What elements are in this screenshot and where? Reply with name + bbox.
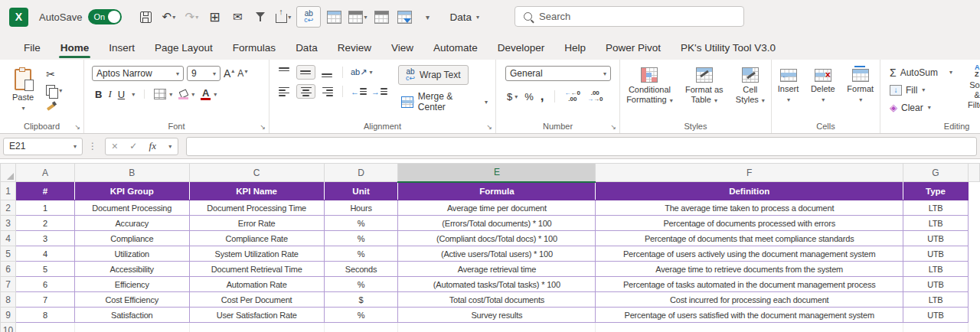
row-header-5[interactable]: 5 bbox=[1, 246, 16, 262]
calculate-sheet-button[interactable]: ▾ bbox=[347, 7, 368, 27]
empty-cell[interactable] bbox=[74, 323, 189, 332]
delete-button[interactable]: × Delete ▾ bbox=[806, 66, 840, 106]
font-dialog-launcher[interactable]: ↘ bbox=[260, 123, 266, 131]
wrap-text-quick-button[interactable]: abc↩ bbox=[296, 6, 321, 28]
bottom-align-button[interactable] bbox=[320, 66, 335, 79]
merge-center-button[interactable]: Merge & Center ▾ bbox=[398, 90, 491, 114]
sort-filter-button[interactable]: AZ Sort &Filter bbox=[963, 64, 980, 116]
search-input[interactable]: Search bbox=[514, 6, 744, 27]
fill-color-button[interactable]: ▾ bbox=[178, 90, 194, 99]
alignment-dialog-launcher[interactable]: ↘ bbox=[486, 123, 492, 131]
number-dialog-launcher[interactable]: ↘ bbox=[610, 123, 616, 131]
empty-cell[interactable] bbox=[903, 323, 969, 332]
data-cell[interactable]: UTB bbox=[903, 277, 969, 292]
cancel-button[interactable]: × bbox=[112, 140, 118, 152]
mail-attach-button[interactable]: ✉ bbox=[227, 7, 247, 27]
italic-button[interactable]: I bbox=[108, 88, 111, 100]
row-header-7[interactable]: 7 bbox=[1, 277, 16, 292]
increase-decimal-button[interactable]: ←←0.00 bbox=[565, 90, 580, 103]
underline-button[interactable]: U bbox=[118, 89, 125, 100]
grow-font-button[interactable]: A▴ bbox=[224, 67, 234, 80]
clipboard-dialog-launcher[interactable]: ↘ bbox=[74, 123, 80, 131]
data-cell[interactable]: % bbox=[324, 246, 398, 262]
column-header-F[interactable]: F bbox=[596, 164, 903, 182]
data-cell[interactable]: Average time to retrieve documents from … bbox=[596, 262, 903, 277]
comma-button[interactable]: , bbox=[541, 89, 544, 104]
percent-button[interactable]: % bbox=[524, 91, 534, 103]
column-header-G[interactable]: G bbox=[903, 164, 969, 182]
data-cell[interactable]: % bbox=[324, 277, 398, 292]
font-size-combo[interactable]: 9▾ bbox=[187, 66, 220, 81]
middle-align-button[interactable] bbox=[296, 65, 315, 80]
data-cell[interactable]: Hours bbox=[324, 200, 398, 216]
data-cell[interactable]: Document Processing Time bbox=[189, 200, 324, 216]
paste-button[interactable]: Paste ▾ bbox=[8, 66, 38, 115]
data-cell[interactable]: $ bbox=[324, 292, 398, 308]
tab-page-layout[interactable]: Page Layout bbox=[145, 37, 223, 60]
column-header-B[interactable]: B bbox=[74, 164, 189, 182]
data-cell[interactable]: Survey results bbox=[398, 308, 596, 323]
data-cell[interactable]: The average time taken to process a docu… bbox=[596, 200, 903, 216]
data-cell[interactable]: Utilization bbox=[74, 246, 189, 262]
autosum-button[interactable]: Σ AutoSum ▾ bbox=[890, 64, 952, 80]
tab-automate[interactable]: Automate bbox=[423, 37, 488, 60]
tab-insert[interactable]: Insert bbox=[99, 37, 145, 60]
top-align-button[interactable] bbox=[277, 66, 292, 79]
tab-developer[interactable]: Developer bbox=[488, 37, 555, 60]
autosave-toggle[interactable]: On bbox=[88, 9, 122, 24]
share-button[interactable]: ▾ bbox=[273, 7, 293, 27]
table-header-cell[interactable]: KPI Name bbox=[189, 182, 324, 200]
column-header-A[interactable]: A bbox=[15, 164, 74, 182]
data-cell[interactable]: Compliance Rate bbox=[189, 231, 324, 246]
empty-cell[interactable] bbox=[189, 323, 324, 332]
data-cell[interactable]: Accessibility bbox=[74, 262, 189, 277]
formula-input[interactable] bbox=[186, 137, 977, 156]
data-cell[interactable]: Accuracy bbox=[74, 216, 189, 231]
data-cell[interactable]: 4 bbox=[15, 246, 74, 262]
data-cell[interactable]: Compliance bbox=[74, 231, 189, 246]
format-button[interactable]: Format ▾ bbox=[842, 66, 878, 106]
data-cell[interactable]: UTB bbox=[903, 308, 969, 323]
data-cell[interactable]: LTB bbox=[903, 200, 969, 216]
data-cell[interactable]: 6 bbox=[15, 277, 74, 292]
data-cell[interactable]: Percentage of tasks automated in the doc… bbox=[596, 277, 903, 292]
font-name-combo[interactable]: Aptos Narrow▾ bbox=[92, 66, 184, 81]
sheet-filter-button[interactable] bbox=[394, 7, 414, 27]
row-header-8[interactable]: 8 bbox=[1, 292, 16, 308]
data-cell[interactable]: Satisfaction bbox=[74, 308, 189, 323]
clear-button[interactable]: ◈ Clear ▾ bbox=[890, 99, 952, 116]
data-cell[interactable]: LTB bbox=[903, 262, 969, 277]
data-cell[interactable]: 3 bbox=[15, 231, 74, 246]
data-cell[interactable]: 8 bbox=[15, 308, 74, 323]
data-cell[interactable]: % bbox=[324, 216, 398, 231]
excel-logo-icon[interactable]: X bbox=[9, 8, 28, 27]
insert-button[interactable]: ← Insert ▾ bbox=[773, 66, 804, 106]
column-header-D[interactable]: D bbox=[324, 164, 398, 182]
data-cell[interactable]: 7 bbox=[15, 292, 74, 308]
decrease-decimal-button[interactable]: .00→→0 bbox=[587, 90, 603, 103]
data-cell[interactable]: Error Rate bbox=[189, 216, 324, 231]
center-button[interactable] bbox=[296, 84, 315, 99]
tab-data[interactable]: Data bbox=[286, 37, 328, 60]
empty-cell[interactable] bbox=[398, 323, 596, 332]
font-color-button[interactable]: A▾ bbox=[201, 89, 217, 100]
empty-cell[interactable] bbox=[15, 323, 74, 332]
data-cell[interactable]: Seconds bbox=[324, 262, 398, 277]
borders-button[interactable]: ▾ bbox=[154, 89, 172, 99]
tab-review[interactable]: Review bbox=[328, 37, 381, 60]
data-cell[interactable]: (Compliant docs/Total docs) * 100 bbox=[398, 231, 596, 246]
filter-button[interactable] bbox=[250, 7, 270, 27]
increase-indent-button[interactable]: → bbox=[371, 86, 387, 96]
data-cell[interactable]: Document Processing bbox=[74, 200, 189, 216]
insert-function-button[interactable]: fx bbox=[149, 140, 156, 152]
decrease-indent-button[interactable]: ← bbox=[351, 86, 367, 96]
save-button[interactable] bbox=[136, 7, 155, 27]
wrap-text-button[interactable]: abc↩ Wrap Text bbox=[398, 65, 469, 85]
tab-power-pivot[interactable]: Power Pivot bbox=[596, 37, 671, 60]
orientation-button[interactable]: ab↗▾ bbox=[351, 67, 372, 77]
data-cell[interactable]: UTB bbox=[903, 231, 969, 246]
row-header-9[interactable]: 9 bbox=[1, 308, 16, 323]
data-cell[interactable]: Automation Rate bbox=[189, 277, 324, 292]
align-right-button[interactable] bbox=[320, 85, 335, 98]
table-header-cell[interactable]: Formula bbox=[398, 182, 596, 200]
